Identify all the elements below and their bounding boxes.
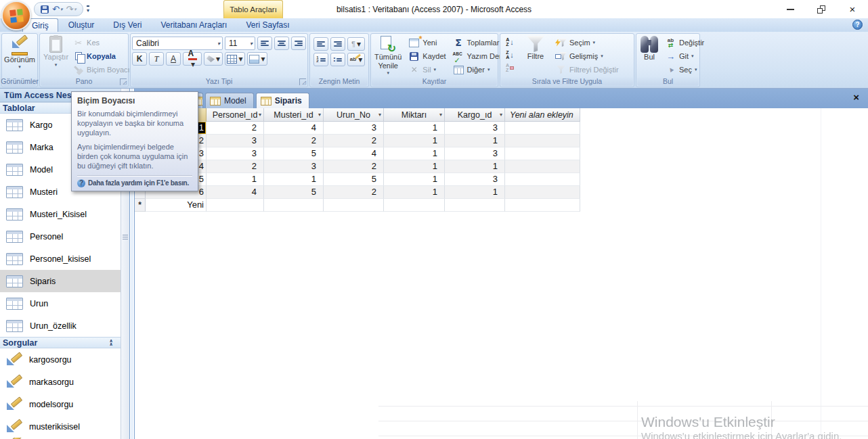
column-dropdown-icon[interactable]: ▾ xyxy=(500,112,502,118)
document-tab-model[interactable]: Model xyxy=(205,93,254,108)
cell[interactable]: 2 xyxy=(207,122,264,135)
goto-button[interactable]: →Git▾ xyxy=(663,49,706,63)
align-left-button[interactable] xyxy=(257,37,272,50)
replace-button[interactable]: ab⇄Değiştir xyxy=(663,36,706,49)
cell[interactable]: 3 xyxy=(445,147,505,160)
nav-item-siparis[interactable]: Siparis xyxy=(0,270,121,292)
cell[interactable]: 3 xyxy=(207,147,264,160)
filter-button[interactable]: Filtre xyxy=(521,34,550,62)
column-header-personel-ıd[interactable]: Personel_ıd▾ xyxy=(207,108,264,122)
selection-filter-button[interactable]: Seçim▾ xyxy=(553,36,621,49)
office-button[interactable] xyxy=(1,1,31,30)
empty-cell[interactable] xyxy=(445,199,505,212)
cell[interactable]: 3 xyxy=(324,122,384,135)
nav-item-personel-kisisel[interactable]: Personel_kisisel xyxy=(0,248,121,270)
cell[interactable]: 1 xyxy=(384,122,445,135)
delete-record-button[interactable]: ✕Sil▾ xyxy=(406,63,448,76)
clipboard-dialog-launcher[interactable]: ◿ xyxy=(120,78,127,85)
column-dropdown-icon[interactable]: ▾ xyxy=(318,112,321,118)
nav-item-personel[interactable]: Personel xyxy=(0,225,121,248)
align-right-button[interactable] xyxy=(291,37,306,50)
nav-item-kargosorgu[interactable]: kargosorgu xyxy=(0,348,121,371)
ribbon-tab-veri-sayfası[interactable]: Veri Sayfası xyxy=(237,18,298,32)
empty-cell[interactable] xyxy=(505,135,580,147)
empty-cell[interactable] xyxy=(505,122,580,135)
bold-button[interactable]: K xyxy=(132,52,147,66)
ribbon-tab-oluştur[interactable]: Oluştur xyxy=(60,18,104,32)
empty-cell[interactable] xyxy=(207,199,264,212)
advanced-filter-button[interactable]: Gelişmiş▾ xyxy=(553,49,621,63)
close-button[interactable]: × xyxy=(837,0,868,18)
text-direction-button[interactable]: ¶▾ xyxy=(347,37,365,51)
cell[interactable]: 4 xyxy=(324,147,384,160)
font-color-button[interactable]: A▾ xyxy=(183,52,202,66)
column-header-kargo-ıd[interactable]: Kargo_ıd▾ xyxy=(445,108,505,122)
document-tab-siparis[interactable]: Siparis xyxy=(256,93,309,108)
cell[interactable]: 5 xyxy=(324,173,384,186)
decrease-indent-button[interactable] xyxy=(313,37,328,51)
cell[interactable]: 1 xyxy=(445,160,505,173)
empty-cell[interactable] xyxy=(505,147,580,160)
gridlines-button[interactable]: ▾ xyxy=(225,52,245,66)
column-dropdown-icon[interactable]: ▾ xyxy=(259,112,261,118)
empty-cell[interactable] xyxy=(264,199,324,212)
highlight-button[interactable]: ab▾ xyxy=(347,53,365,66)
undo-button[interactable]: ↶▾ xyxy=(52,5,62,14)
italic-button[interactable]: T xyxy=(149,52,164,66)
increase-indent-button[interactable] xyxy=(330,37,345,51)
cell[interactable]: 1 xyxy=(264,173,324,186)
cell[interactable]: 5 xyxy=(264,186,324,199)
cell[interactable]: 5 xyxy=(264,147,324,160)
ribbon-tab-dış-veri[interactable]: Dış Veri xyxy=(104,18,150,32)
cell[interactable]: 4 xyxy=(264,122,324,135)
cell[interactable]: 1 xyxy=(207,173,264,186)
close-document-button[interactable]: × xyxy=(853,92,859,102)
cell[interactable]: 3 xyxy=(445,173,505,186)
fill-color-button[interactable]: ▾ xyxy=(204,52,223,66)
cell[interactable]: 1 xyxy=(384,173,445,186)
paste-button[interactable]: Yapıştır▾ xyxy=(41,34,70,69)
empty-cell[interactable] xyxy=(324,199,384,212)
bullet-list-button[interactable]: •• xyxy=(330,53,345,66)
cell[interactable]: 3 xyxy=(264,160,324,173)
clear-sort-button[interactable]: AZ xyxy=(502,62,518,74)
cell[interactable]: 1 xyxy=(384,186,445,199)
ribbon-tab-veritabanı-araçları[interactable]: Veritabanı Araçları xyxy=(152,18,236,32)
new-record-button[interactable]: Yeni xyxy=(406,36,448,49)
copy-button[interactable]: Kopyala xyxy=(70,49,137,63)
cell[interactable]: 1 xyxy=(445,186,505,199)
sort-ascending-button[interactable]: AZ↓ xyxy=(502,36,518,48)
save-button[interactable] xyxy=(41,5,49,14)
column-dropdown-icon[interactable]: ▾ xyxy=(439,112,442,118)
nav-item-markasorgu[interactable]: markasorgu xyxy=(0,371,121,393)
cell[interactable]: 4 xyxy=(207,186,264,199)
select-button[interactable]: ►Seç▾ xyxy=(663,63,706,76)
font-dialog-launcher[interactable]: ◿ xyxy=(299,78,306,85)
nav-section-queries[interactable]: Sorgular∧∧ xyxy=(0,337,129,348)
cell[interactable]: 2 xyxy=(324,135,384,147)
empty-cell[interactable] xyxy=(505,160,580,173)
column-dropdown-icon[interactable]: ▾ xyxy=(378,112,381,118)
cell[interactable]: 1 xyxy=(384,160,445,173)
nav-item-musterikisisel[interactable]: musterikisisel xyxy=(0,415,121,438)
underline-button[interactable]: A xyxy=(166,52,181,66)
alternate-fill-button[interactable]: ▾ xyxy=(247,52,267,66)
cell[interactable]: 2 xyxy=(324,160,384,173)
help-icon[interactable]: ? xyxy=(852,20,863,30)
align-center-button[interactable] xyxy=(274,37,289,50)
redo-button[interactable]: ↷▾ xyxy=(66,5,76,14)
refresh-all-button[interactable]: Tümünü Yenile▾ xyxy=(372,34,404,77)
cell[interactable]: 3 xyxy=(445,122,505,135)
customize-qat-button[interactable]: ▾ xyxy=(87,5,89,14)
sort-descending-button[interactable]: ZA↓ xyxy=(502,49,518,61)
restore-button[interactable] xyxy=(806,0,837,18)
font-name-select[interactable]: Calibri▾ xyxy=(132,37,223,50)
cut-button[interactable]: ✂Kes xyxy=(70,36,137,49)
find-button[interactable]: Bul xyxy=(638,34,661,63)
nav-item-modelsorgu[interactable]: modelsorgu xyxy=(0,393,121,415)
numbered-list-button[interactable]: 12 xyxy=(313,53,328,66)
empty-cell[interactable] xyxy=(505,173,580,186)
column-header-urun-no[interactable]: Urun_No▾ xyxy=(324,108,384,122)
toggle-filter-button[interactable]: Filtreyi Değiştir xyxy=(553,63,621,76)
empty-cell[interactable] xyxy=(505,186,580,199)
